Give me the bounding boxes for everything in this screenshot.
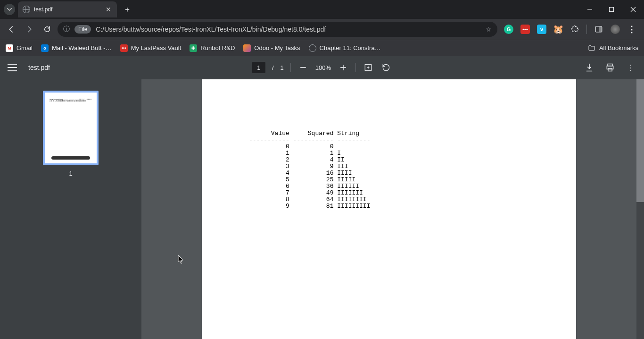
sidebar-toggle-button[interactable] (8, 64, 17, 71)
bookmark-chapter11[interactable]: Chapter 11: Constra… (309, 44, 381, 52)
zoom-in-button[interactable] (338, 62, 349, 73)
pdf-toolbar: test.pdf / 1 100% ⋮ (0, 56, 644, 79)
bookmarks-bar: M Gmail o Mail - Waleed Butt -… ••• My L… (0, 40, 644, 56)
lastpass-icon: ••• (120, 44, 128, 52)
pdf-center-controls: / 1 100% (252, 62, 392, 73)
pdf-menu-button[interactable]: ⋮ (625, 62, 636, 73)
file-chip-label: File (78, 26, 87, 33)
bookmark-label: Mail - Waleed Butt -… (52, 44, 112, 51)
rotate-button[interactable] (380, 62, 392, 73)
maximize-button[interactable] (601, 0, 622, 19)
close-window-button[interactable] (622, 0, 644, 19)
bookmark-outlook[interactable]: o Mail - Waleed Butt -… (41, 44, 112, 52)
thumbnail-panel: Value Squared String ----------- -------… (0, 79, 141, 339)
bookmark-runbot[interactable]: ✚ Runbot R&D (190, 44, 235, 52)
zoom-out-button[interactable] (297, 62, 309, 73)
generic-page-icon (309, 44, 316, 52)
download-button[interactable] (584, 62, 595, 73)
thumbnail-page-number: 1 (69, 170, 72, 177)
thumbnail-preview: Value Squared String ----------- -------… (50, 99, 92, 102)
new-tab-button[interactable]: ＋ (121, 3, 134, 16)
file-chip: File (74, 25, 91, 34)
close-tab-button[interactable]: ✕ (105, 6, 112, 13)
vimeo-icon[interactable]: v (537, 25, 546, 34)
bookmark-label: Runbot R&D (200, 44, 235, 51)
minimize-button[interactable] (579, 0, 601, 19)
browser-tabstrip: test.pdf ✕ ＋ (0, 0, 644, 19)
folder-icon (588, 44, 595, 52)
pdf-body: Value Squared String ----------- -------… (0, 79, 644, 339)
gmail-icon: M (6, 44, 13, 52)
fit-page-button[interactable] (363, 62, 374, 73)
outlook-icon: o (41, 44, 49, 52)
bookmark-label: Chapter 11: Constra… (320, 44, 381, 51)
bookmark-label: My LastPass Vault (131, 44, 182, 51)
lastpass-icon[interactable]: ••• (520, 25, 530, 34)
bookmark-odoo[interactable]: Odoo - My Tasks (243, 44, 300, 52)
bookmark-star-icon[interactable]: ☆ (486, 25, 492, 33)
window-controls (579, 0, 644, 19)
browser-tab[interactable]: test.pdf ✕ (18, 1, 117, 17)
thumbnail-bar (51, 156, 90, 160)
tab-title: test.pdf (34, 6, 52, 13)
separator (290, 63, 291, 72)
page-number-input[interactable] (252, 62, 265, 73)
scrollbar-thumb[interactable] (636, 79, 644, 202)
site-info-icon[interactable]: ⓘ (63, 25, 70, 34)
pdf-right-controls: ⋮ (584, 62, 636, 73)
address-bar[interactable]: ⓘ File C:/Users/buttw/source/repos/Test-… (58, 22, 497, 37)
grammarly-icon[interactable]: G (504, 25, 513, 34)
page-viewport[interactable]: Value Squared String ----------- -------… (141, 79, 636, 339)
bookmark-label: Odoo - My Tasks (254, 44, 300, 51)
profile-avatar[interactable] (611, 25, 620, 34)
svg-rect-14 (608, 68, 612, 71)
svg-rect-1 (610, 8, 614, 12)
extensions-button[interactable] (570, 25, 579, 34)
url-text: C:/Users/buttw/source/repos/Test-IronXL/… (96, 25, 481, 33)
chrome-menu-button[interactable]: ⋮ (627, 25, 636, 34)
forward-button[interactable] (22, 22, 37, 37)
separator (586, 25, 587, 34)
page-separator: / (272, 64, 274, 71)
all-bookmarks-label: All Bookmarks (599, 44, 638, 51)
odoo-icon (243, 44, 251, 52)
reload-button[interactable] (40, 22, 55, 37)
side-panel-button[interactable] (594, 25, 603, 34)
bookmark-gmail[interactable]: M Gmail (6, 44, 33, 52)
separator (355, 63, 356, 72)
page-thumbnail[interactable]: Value Squared String ----------- -------… (43, 91, 99, 165)
vertical-scrollbar[interactable] (636, 79, 644, 339)
extension-icon[interactable]: 🐹 (553, 25, 563, 34)
tab-search-button[interactable] (4, 4, 15, 15)
pdf-page: Value Squared String ----------- -------… (202, 79, 576, 339)
all-bookmarks-button[interactable]: All Bookmarks (588, 44, 638, 52)
pdf-filename: test.pdf (28, 64, 50, 71)
globe-icon (23, 6, 30, 13)
bookmark-lastpass[interactable]: ••• My LastPass Vault (120, 44, 182, 52)
back-button[interactable] (4, 22, 19, 37)
zoom-level: 100% (315, 64, 331, 71)
browser-toolbar: ⓘ File C:/Users/buttw/source/repos/Test-… (0, 19, 644, 40)
extension-icons: G ••• v 🐹 ⋮ (500, 25, 640, 34)
page-total: 1 (281, 64, 284, 71)
print-button[interactable] (604, 62, 616, 73)
bookmark-label: Gmail (17, 44, 33, 51)
runbot-icon: ✚ (190, 44, 197, 52)
svg-rect-5 (599, 26, 602, 32)
